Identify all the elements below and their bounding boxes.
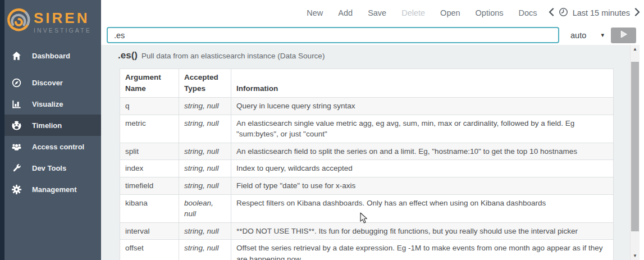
- siren-logo[interactable]: SIREN INVESTIGATE: [0, 0, 101, 40]
- sidebar-item-label: Dev Tools: [32, 164, 66, 172]
- timelion-query-bar: auto ▾: [101, 25, 644, 45]
- users-icon: [11, 142, 22, 152]
- sidebar-item-management[interactable]: Management: [0, 179, 101, 200]
- chevron-left-icon[interactable]: [549, 8, 554, 18]
- sidebar-item-timelion[interactable]: Timelion: [0, 115, 101, 136]
- logo-title: SIREN: [34, 11, 92, 25]
- sidebar-item-dev-tools[interactable]: Dev Tools: [0, 157, 101, 179]
- table-row: q string, null Query in lucene query str…: [120, 98, 614, 115]
- sidebar-item-visualize[interactable]: Visualize: [0, 93, 101, 115]
- scrollbar-thumb[interactable]: [631, 62, 639, 231]
- arg-types: string, null: [179, 160, 231, 177]
- sidebar-nav: Dashboard Discover Visualize: [0, 40, 101, 200]
- home-icon: [11, 51, 22, 61]
- sidebar-item-dashboard[interactable]: Dashboard: [0, 45, 101, 66]
- table-row: metric string, null An elasticsearch sin…: [120, 115, 614, 143]
- time-picker[interactable]: Last 15 minutes: [549, 7, 640, 19]
- arg-name: q: [120, 98, 179, 115]
- toolbar-links: New Add Save Delete Open Options Docs: [307, 8, 537, 17]
- function-name: .es(): [118, 50, 138, 61]
- save-button[interactable]: Save: [368, 8, 386, 17]
- compass-icon: [11, 77, 22, 88]
- sidebar-item-discover[interactable]: Discover: [0, 72, 101, 93]
- play-icon: [619, 30, 628, 40]
- main-area: New Add Save Delete Open Options Docs La…: [101, 0, 644, 260]
- timelion-icon: [11, 120, 22, 131]
- table-row: interval string, null **DO NOT USE THIS*…: [120, 222, 614, 240]
- arg-types: string, null: [179, 177, 231, 194]
- run-button[interactable]: [611, 28, 636, 43]
- docs-panel: .es() Pull data from an elasticsearch in…: [101, 45, 630, 260]
- arg-types: string, null: [179, 240, 231, 260]
- arg-info: An elasticsearch field to split the seri…: [231, 143, 614, 160]
- arguments-table: Argument Name Accepted Types Information…: [120, 69, 614, 260]
- sidebar: SIREN INVESTIGATE Dashboard Discover: [0, 0, 101, 260]
- arg-info: Query in lucene query string syntax: [231, 98, 614, 115]
- wrench-icon: [11, 163, 22, 174]
- interval-value: auto: [570, 31, 586, 40]
- arg-types: string, null: [179, 115, 231, 143]
- col-accepted-types: Accepted Types: [179, 69, 231, 98]
- sidebar-item-label: Management: [32, 185, 76, 194]
- docs-button[interactable]: Docs: [519, 8, 537, 17]
- arg-name: metric: [120, 115, 179, 143]
- table-row: split string, null An elasticsearch fiel…: [120, 143, 614, 160]
- table-row: timefield string, null Field of type "da…: [120, 177, 614, 194]
- siren-logo-icon: [5, 7, 32, 37]
- arg-types: string, null: [179, 222, 231, 240]
- top-toolbar: New Add Save Delete Open Options Docs La…: [101, 0, 644, 25]
- options-button[interactable]: Options: [476, 8, 504, 17]
- arg-types: boolean, null: [179, 194, 231, 222]
- open-button[interactable]: Open: [440, 8, 460, 17]
- arg-info: Index to query, wildcards accepted: [231, 160, 614, 177]
- time-range-label: Last 15 minutes: [573, 8, 630, 17]
- app-window: SIREN INVESTIGATE Dashboard Discover: [0, 0, 644, 260]
- sidebar-item-label: Visualize: [32, 100, 63, 108]
- expression-input[interactable]: [107, 27, 559, 43]
- table-row: offset string, null Offset the series re…: [120, 240, 614, 260]
- add-button[interactable]: Add: [338, 8, 353, 17]
- sidebar-item-label: Dashboard: [32, 52, 70, 60]
- arg-name: timefield: [120, 177, 179, 194]
- sidebar-item-label: Discover: [32, 79, 63, 87]
- interval-select[interactable]: auto ▾: [566, 27, 609, 43]
- col-information: Information: [231, 69, 614, 98]
- delete-button: Delete: [401, 8, 425, 17]
- bar-chart-icon: [11, 99, 22, 110]
- arg-info: **DO NOT USE THIS**. Its fun for debuggi…: [231, 222, 614, 240]
- scroll-down-icon[interactable]: ▼: [631, 252, 640, 260]
- arg-name: split: [120, 143, 179, 160]
- arg-types: string, null: [179, 143, 231, 160]
- col-argument-name: Argument Name: [120, 69, 179, 98]
- sidebar-item-access-control[interactable]: Access control: [0, 136, 101, 157]
- arg-info: Offset the series retrieval by a date ex…: [231, 240, 614, 260]
- table-header-row: Argument Name Accepted Types Information: [120, 69, 614, 98]
- arg-name: interval: [120, 222, 179, 240]
- arg-name: offset: [120, 240, 179, 260]
- function-description: Pull data from an elasticsearch instance…: [141, 52, 325, 60]
- vertical-scrollbar[interactable]: ▲ ▼: [630, 45, 640, 260]
- gear-icon: [11, 184, 22, 195]
- arg-info: An elasticsearch single value metric agg…: [231, 115, 614, 143]
- table-row: kibana boolean, null Respect filters on …: [120, 194, 614, 222]
- logo-subtitle: INVESTIGATE: [34, 27, 92, 34]
- arg-types: string, null: [179, 98, 231, 115]
- arg-info: Field of type "date" to use for x-axis: [231, 177, 614, 194]
- sidebar-item-label: Access control: [32, 143, 84, 151]
- chevron-down-icon: ▾: [601, 31, 604, 39]
- sidebar-item-label: Timelion: [32, 121, 62, 130]
- clock-icon: [559, 7, 568, 19]
- scroll-up-icon[interactable]: ▲: [631, 45, 640, 53]
- table-row: index string, null Index to query, wildc…: [120, 160, 614, 177]
- docs-header: .es() Pull data from an elasticsearch in…: [101, 45, 630, 69]
- chevron-right-icon[interactable]: [634, 8, 640, 18]
- arg-name: kibana: [120, 194, 179, 222]
- new-button[interactable]: New: [307, 8, 323, 17]
- arg-name: index: [120, 160, 179, 177]
- arg-info: Respect filters on Kibana dashboards. On…: [231, 194, 614, 222]
